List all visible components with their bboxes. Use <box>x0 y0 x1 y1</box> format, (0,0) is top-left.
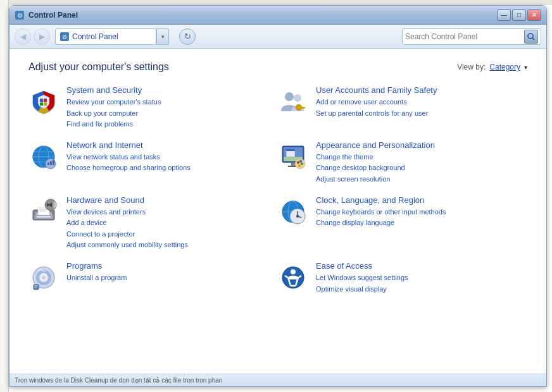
ease-access-content: Ease of Access Let Windows suggest setti… <box>316 261 515 295</box>
system-security-icon <box>28 87 59 117</box>
user-accounts-link-2[interactable]: Set up parental controls for any user <box>316 108 515 119</box>
svg-rect-41 <box>37 216 51 217</box>
svg-rect-7 <box>44 99 47 102</box>
category-ease-access: Ease of Access Let Windows suggest setti… <box>278 261 527 295</box>
ease-access-icon <box>278 262 308 293</box>
svg-point-34 <box>297 161 299 164</box>
category-hardware: Hardware and Sound View devices and prin… <box>28 195 278 251</box>
svg-rect-14 <box>303 107 304 109</box>
svg-text:⚙: ⚙ <box>62 34 67 40</box>
search-icon <box>527 33 535 40</box>
svg-line-5 <box>532 38 534 40</box>
svg-text:⚙: ⚙ <box>17 12 23 19</box>
system-security-link-2[interactable]: Back up your computer <box>66 108 265 119</box>
breadcrumb-label: Control Panel <box>72 32 118 41</box>
hardware-link-4[interactable]: Adjust commonly used mobility settings <box>66 240 265 251</box>
view-by: View by: Category ▾ <box>457 63 527 71</box>
user-accounts-title[interactable]: User Accounts and Family Safety <box>316 85 515 95</box>
svg-point-35 <box>299 160 302 162</box>
svg-point-57 <box>43 276 45 278</box>
clock-link-2[interactable]: Change display language <box>316 217 515 229</box>
search-button[interactable] <box>524 30 538 44</box>
svg-rect-6 <box>40 99 43 102</box>
network-icon <box>28 142 59 172</box>
svg-rect-8 <box>40 102 43 106</box>
user-accounts-link-1[interactable]: Add or remove user accounts <box>316 97 515 108</box>
ease-access-link-2[interactable]: Optimize visual display <box>316 284 515 295</box>
minimize-button[interactable]: — <box>497 9 511 21</box>
system-security-content: System and Security Review your computer… <box>66 85 265 130</box>
appearance-link-1[interactable]: Change the theme <box>316 152 515 163</box>
svg-point-11 <box>294 94 301 102</box>
svg-rect-31 <box>291 162 295 166</box>
category-network: Network and Internet View network status… <box>28 140 278 185</box>
network-content: Network and Internet View network status… <box>66 140 265 174</box>
system-security-link-1[interactable]: Review your computer's status <box>66 97 265 108</box>
close-button[interactable]: ✕ <box>527 9 541 21</box>
network-link-1[interactable]: View network status and tasks <box>66 152 265 163</box>
svg-rect-22 <box>47 162 49 165</box>
status-bar: Tron windows de la Disk Cleanup de don d… <box>9 374 546 386</box>
clock-icon <box>278 197 308 227</box>
svg-rect-59 <box>34 285 38 286</box>
page-title: Adjust your computer's settings <box>28 61 169 73</box>
svg-rect-30 <box>286 149 295 151</box>
hardware-link-3[interactable]: Connect to a projector <box>66 229 265 240</box>
breadcrumb-dropdown[interactable]: ▾ <box>156 28 169 45</box>
category-system-security: System and Security Review your computer… <box>28 85 278 130</box>
forward-button[interactable]: ▶ <box>34 28 50 45</box>
system-security-link-3[interactable]: Find and fix problems <box>66 119 265 130</box>
svg-rect-44 <box>39 211 46 212</box>
svg-point-10 <box>285 92 294 101</box>
window-controls: — □ ✕ <box>497 9 541 21</box>
appearance-link-2[interactable]: Change desktop background <box>316 162 515 174</box>
programs-link-1[interactable]: Uninstall a program <box>66 273 265 284</box>
appearance-title[interactable]: Appearance and Personalization <box>316 140 515 150</box>
hardware-title[interactable]: Hardware and Sound <box>66 195 265 205</box>
programs-content: Programs Uninstall a program <box>66 261 265 284</box>
appearance-icon <box>278 142 308 172</box>
network-title[interactable]: Network and Internet <box>66 140 265 150</box>
search-input[interactable] <box>405 32 522 41</box>
hardware-link-1[interactable]: View devices and printers <box>66 207 265 218</box>
appearance-link-3[interactable]: Adjust screen resolution <box>316 174 515 185</box>
programs-icon <box>28 262 59 293</box>
programs-title[interactable]: Programs <box>66 261 265 271</box>
hardware-link-2[interactable]: Add a device <box>66 217 265 229</box>
back-button[interactable]: ◀ <box>15 28 31 45</box>
page-header: Adjust your computer's settings View by:… <box>28 61 527 73</box>
system-security-title[interactable]: System and Security <box>66 85 265 95</box>
svg-point-37 <box>298 164 301 167</box>
svg-rect-23 <box>50 161 52 165</box>
category-user-accounts: User Accounts and Family Safety Add or r… <box>278 85 527 130</box>
view-by-select[interactable]: Category <box>489 63 520 71</box>
svg-rect-15 <box>304 107 305 109</box>
maximize-button[interactable]: □ <box>512 9 526 21</box>
window-title: Control Panel <box>28 11 497 20</box>
network-link-2[interactable]: Choose homegroup and sharing options <box>66 162 265 174</box>
breadcrumb-bar: ⚙ Control Panel <box>55 28 156 45</box>
ease-access-title[interactable]: Ease of Access <box>316 261 515 271</box>
category-clock: Clock, Language, and Region Change keybo… <box>278 195 527 251</box>
svg-rect-24 <box>53 160 54 165</box>
refresh-button[interactable]: ↻ <box>179 28 196 45</box>
window-icon: ⚙ <box>15 10 25 20</box>
view-by-arrow[interactable]: ▾ <box>524 64 527 71</box>
category-grid: System and Security Review your computer… <box>28 85 527 295</box>
clock-link-1[interactable]: Change keyboards or other input methods <box>316 207 515 218</box>
user-accounts-icon <box>278 87 308 117</box>
clock-title[interactable]: Clock, Language, and Region <box>316 195 515 205</box>
status-text: Tron windows de la Disk Cleanup de don d… <box>15 377 222 384</box>
svg-point-62 <box>291 269 296 274</box>
category-programs: Programs Uninstall a program <box>28 261 278 295</box>
svg-rect-60 <box>34 287 37 288</box>
svg-point-36 <box>301 162 303 165</box>
svg-point-4 <box>528 34 533 39</box>
search-box <box>402 28 541 45</box>
category-appearance: Appearance and Personalization Change th… <box>278 140 527 185</box>
view-by-label: View by: <box>457 63 486 71</box>
user-accounts-content: User Accounts and Family Safety Add or r… <box>316 85 515 119</box>
breadcrumb-icon: ⚙ <box>60 32 70 42</box>
ease-access-link-1[interactable]: Let Windows suggest settings <box>316 273 515 284</box>
hardware-icon <box>28 197 59 227</box>
